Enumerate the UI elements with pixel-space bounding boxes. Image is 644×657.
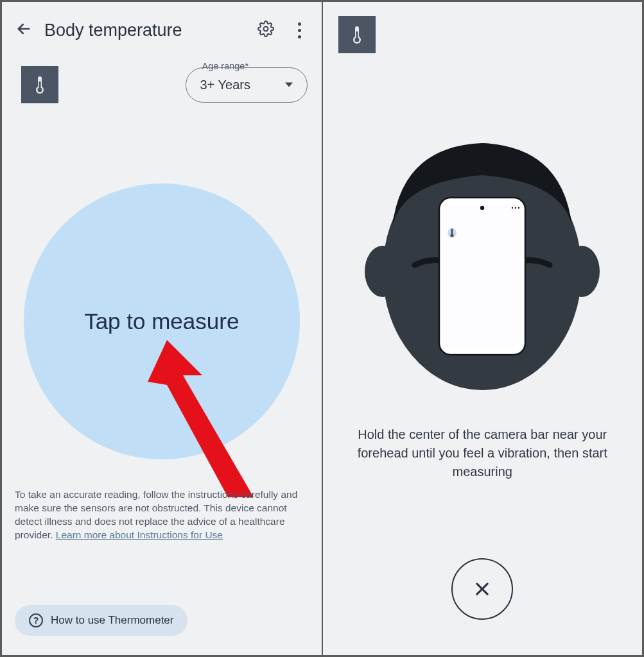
svg-rect-14 — [443, 203, 521, 347]
svg-point-17 — [515, 207, 516, 209]
svg-point-4 — [38, 88, 42, 92]
forehead-illustration — [363, 137, 601, 393]
tap-to-measure-label: Tap to measure — [84, 309, 239, 334]
settings-button[interactable] — [257, 21, 274, 40]
back-button[interactable] — [15, 20, 33, 40]
chevron-down-icon — [285, 83, 293, 87]
help-icon: ? — [29, 613, 43, 627]
svg-point-0 — [263, 27, 268, 31]
controls-row: Age range* 3+ Years — [2, 40, 322, 103]
disclaimer-text: To take an accurate reading, follow the … — [15, 488, 309, 542]
age-range-value: 3+ Years — [200, 78, 250, 92]
svg-point-9 — [354, 38, 359, 42]
page-title: Body temperature — [44, 21, 246, 40]
screen-measure-instruction: Hold the center of the camera bar near y… — [323, 2, 643, 655]
svg-point-21 — [451, 234, 454, 237]
thermometer-badge-icon — [21, 66, 58, 103]
age-range-field[interactable]: Age range* 3+ Years — [186, 67, 308, 103]
overflow-menu-button[interactable] — [291, 22, 309, 38]
instruction-text: Hold the center of the camera bar near y… — [349, 425, 617, 481]
age-range-dropdown[interactable]: 3+ Years — [186, 67, 308, 103]
thermometer-badge-icon — [338, 16, 376, 53]
instructions-for-use-link[interactable]: Learn more about Instructions for Use — [56, 529, 223, 540]
top-app-bar: Body temperature — [2, 2, 322, 40]
how-to-use-label: How to use Thermometer — [51, 614, 173, 627]
screen-body-temperature: Body temperature Age range* 3+ Years Tap… — [2, 2, 322, 655]
svg-point-18 — [518, 207, 519, 209]
tap-to-measure-button[interactable]: Tap to measure — [24, 183, 300, 459]
svg-point-16 — [512, 207, 513, 209]
close-icon — [473, 580, 491, 598]
how-to-use-button[interactable]: ? How to use Thermometer — [15, 605, 187, 636]
cancel-button[interactable] — [451, 558, 513, 620]
svg-point-15 — [480, 206, 484, 210]
